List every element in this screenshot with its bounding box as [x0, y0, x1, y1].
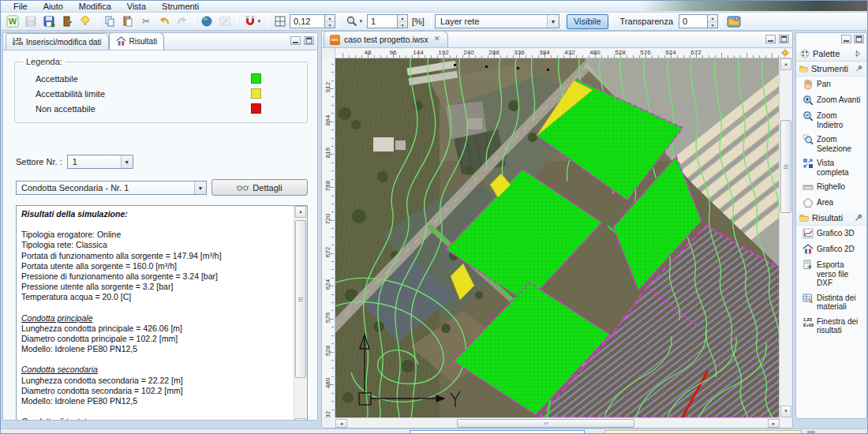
palette-item-righello[interactable]: Righello	[796, 179, 866, 195]
palette-title: Palette	[813, 49, 840, 58]
tips-lightbulb-icon[interactable]	[77, 13, 94, 30]
map-scroll-right[interactable]: ►	[768, 419, 780, 428]
redo-icon[interactable]	[174, 13, 191, 30]
palette-icon	[800, 49, 810, 58]
layer-select-arrow[interactable]: ▼	[547, 15, 559, 28]
tab-inserisci-modifica-dati[interactable]: 1,23E+03 Inserisci/modifica dati	[6, 33, 109, 50]
paste-icon[interactable]	[119, 13, 137, 30]
menu-item-aiuto[interactable]: Aiuto	[36, 1, 71, 13]
menu-item-modifica[interactable]: Modifica	[71, 1, 119, 13]
export-image-icon[interactable]	[216, 13, 234, 30]
editor-maximize-icon[interactable]	[779, 35, 789, 43]
menu-item-strumenti[interactable]: Strumenti	[154, 1, 207, 13]
copy-icon[interactable]	[101, 13, 118, 30]
right-panel-minimize-icon[interactable]	[841, 35, 851, 43]
zoom-sel-icon	[803, 134, 814, 145]
palette-item-grafico-2d[interactable]: Grafico 2D	[796, 241, 866, 257]
layer-select[interactable]: Layer rete ▼	[435, 14, 559, 28]
palette-item-vista-completa[interactable]: Vista completa	[796, 155, 866, 179]
pipe-select[interactable]: Condotta Secondaria - Nr. 1 ▼	[16, 181, 207, 195]
details-button[interactable]: Dettagli	[211, 179, 308, 196]
save-as-icon[interactable]	[40, 13, 58, 30]
palette-item-zoom-indietro[interactable]: Zoom Indietro	[796, 108, 866, 132]
app-logo-w-button[interactable]: W	[4, 13, 21, 30]
ruler-tick	[331, 393, 334, 394]
map-scroll-up[interactable]: ▲	[780, 58, 791, 70]
ruler-number: 288	[485, 49, 503, 56]
results-scrollbar[interactable]: ▲ ▼	[294, 206, 307, 421]
menu-item-vista[interactable]: Vista	[119, 1, 154, 13]
grid-size-down[interactable]: ▼	[325, 22, 335, 28]
zoom-tool-icon[interactable]: ▼	[342, 13, 366, 30]
grid-icon[interactable]	[271, 13, 289, 30]
settings-folder-icon[interactable]	[725, 13, 743, 30]
ruler-number: 384	[535, 49, 554, 56]
map-scroll-down[interactable]: ▼	[780, 406, 791, 417]
palette-item-grafico-3d[interactable]: Grafico 3D	[796, 226, 866, 241]
ruler-number: 96	[383, 49, 402, 56]
visible-toggle-button[interactable]: Visibile	[567, 14, 608, 29]
palette-section-risultati[interactable]: Risultati	[796, 211, 866, 226]
editor-tab-close-icon[interactable]: ✕	[432, 35, 442, 44]
transparency-up[interactable]: ▲	[708, 15, 717, 22]
palette-item-zoom-avanti[interactable]: Zoom Avanti	[796, 92, 866, 108]
tab-label: Inserisci/modifica dati	[26, 38, 102, 47]
google-earth-icon[interactable]	[198, 13, 215, 30]
editor-tab-caso-test-progetto[interactable]: iws caso test progetto.iwsx ✕	[324, 31, 448, 47]
results-scroll-up[interactable]: ▲	[295, 206, 306, 218]
zoom-dropdown-arrow[interactable]: ▼	[359, 19, 364, 24]
map-vertical-scrollbar[interactable]: ▲ ▼	[779, 58, 792, 417]
palette-item-area[interactable]: Area	[796, 195, 866, 211]
palette-item-zoom-selezione[interactable]: Zoom Selezione	[796, 132, 866, 155]
magnet-snap-icon[interactable]: ▼	[241, 13, 264, 30]
results-scroll-thumb[interactable]	[295, 220, 306, 378]
map-scroll-left[interactable]: ◄	[335, 419, 347, 428]
undo-icon[interactable]	[155, 13, 173, 30]
map-canvas[interactable]	[335, 58, 780, 417]
map-horizontal-scrollbar[interactable]: ◄ ►	[335, 417, 780, 428]
menu-item-file[interactable]: File	[6, 1, 36, 13]
left-panel-minimize-icon[interactable]	[290, 36, 301, 45]
results-scroll-down[interactable]: ▼	[295, 418, 306, 421]
ruler-tick	[331, 64, 334, 65]
ruler-options-icon[interactable]	[780, 48, 791, 58]
tab-risultati[interactable]: Risultati	[109, 32, 165, 50]
pin-icon[interactable]	[855, 64, 863, 73]
transparency-value[interactable]: 0	[679, 14, 707, 28]
close-project-door-icon[interactable]	[58, 13, 76, 30]
transparency-down[interactable]: ▼	[708, 22, 717, 28]
editor-minimize-icon[interactable]	[765, 35, 776, 43]
simulation-results-box[interactable]: Risultati della simulazione:Tipologia er…	[16, 205, 308, 421]
palette-item-label: Esporta verso file DXF	[817, 260, 865, 288]
right-panel-maximize-icon[interactable]	[854, 35, 864, 43]
save-icon[interactable]	[22, 13, 39, 30]
palette-item-label: Grafico 2D	[817, 244, 865, 254]
ruler-tick	[557, 55, 558, 58]
cut-scissors-icon[interactable]: ✂	[137, 13, 155, 30]
pin-icon[interactable]	[854, 213, 863, 223]
workbench: 1,23E+03 Inserisci/modifica dati Risulta…	[1, 31, 868, 428]
palette-item-label: Distinta dei materiali	[817, 293, 865, 312]
palette-header[interactable]: Palette	[796, 46, 866, 62]
pipe-select-value: Condotta Secondaria - Nr. 1	[17, 183, 194, 193]
pipe-select-arrow[interactable]: ▼	[194, 181, 206, 194]
zoom-down[interactable]: ▼	[398, 22, 407, 28]
palette-item-esporta-verso-file-dxf[interactable]: Esporta verso file DXF	[796, 257, 866, 290]
palette-section-strumenti[interactable]: Strumenti	[796, 62, 866, 77]
details-button-label: Dettagli	[253, 183, 282, 193]
results-line: Diametro condotta secondaria = 102.2 [mm…	[21, 386, 291, 396]
palette-item-distinta-dei-materiali[interactable]: Distinta dei materiali	[796, 290, 866, 314]
grid-size-up[interactable]: ▲	[325, 15, 335, 22]
grid-size-value[interactable]: 0,12	[290, 14, 324, 28]
palette-item-pan[interactable]: Pan	[796, 77, 866, 92]
magnet-dropdown-arrow[interactable]: ▼	[257, 19, 262, 24]
palette-flyout-arrow-icon[interactable]	[853, 49, 862, 58]
left-panel-maximize-icon[interactable]	[304, 36, 314, 45]
map-hscroll-thumb[interactable]	[457, 419, 634, 428]
zoom-value[interactable]: 1	[367, 14, 397, 28]
zoom-up[interactable]: ▲	[398, 15, 407, 22]
sector-select[interactable]: 1 ▼	[67, 155, 133, 169]
sector-select-arrow[interactable]: ▼	[121, 155, 133, 168]
map-vscroll-thumb[interactable]	[780, 120, 791, 213]
palette-item-finestra-dei-risultati[interactable]: Finestra dei risultati	[796, 314, 866, 338]
